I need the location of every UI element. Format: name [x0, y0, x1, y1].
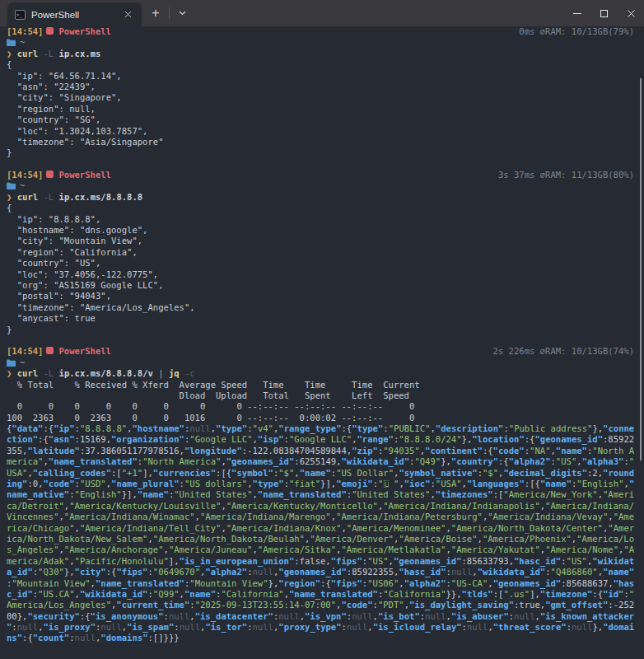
output-line: "loc": "37.4056,-122.0775", — [7, 269, 644, 280]
resource-status: 2s 226ms ⌀RAM: 10/13GB(74%) — [493, 346, 634, 357]
powershell-icon — [15, 10, 26, 20]
json-output-line: ca/Detroit","America/Kentucky/Louisville… — [7, 501, 644, 512]
prompt-header-line: [14:54]PowerShell0ms ⌀RAM: 10/13GB(79%) — [7, 26, 644, 37]
output-line: "timezone": "America/Los_Angeles", — [7, 302, 644, 313]
json-output-line: a_id":"Q30"},"city":{"fips":"0649670","a… — [7, 567, 644, 577]
minimize-icon — [573, 13, 581, 14]
maximize-icon — [600, 10, 608, 17]
minimize-button[interactable] — [563, 0, 590, 26]
json-output-line: c_id":"US.CA","wikidata_id":"Q99","name"… — [7, 589, 644, 600]
json-output-line: ":null,"is_proxy":null,"is_spam":null,"i… — [7, 622, 644, 633]
close-icon — [627, 9, 636, 18]
prompt-header-line: [14:54]PowerShell3s 37ms ⌀RAM: 11/13GB(8… — [7, 170, 644, 180]
json-output-line: USA","calling_codes":["+1"],"currencies"… — [7, 468, 644, 479]
json-output-line: America/Los_Angeles","current_time":"202… — [7, 600, 644, 610]
json-output-line: Vincennes","America/Indiana/Winamac","Am… — [7, 512, 644, 522]
tab-powershell[interactable]: PowerShell — [7, 2, 142, 26]
output-line: "country": "SG", — [7, 115, 644, 125]
curl-progress-line: Dload Upload Total Spent Left Speed — [7, 390, 644, 401]
powershell-badge-icon — [46, 171, 54, 178]
json-output-line: name_native":"English"}],"name":"United … — [7, 489, 644, 500]
curl-progress-line: 0 0 0 0 0 0 0 0 --:--:-- --:--:-- --:--:… — [7, 401, 644, 412]
titlebar: PowerShell + — [0, 0, 644, 26]
curl-progress-line: % Total % Received % Xferd Average Speed… — [7, 380, 644, 390]
output-line: "loc": "1.3024,103.7857", — [7, 126, 644, 137]
tab-dropdown-button[interactable] — [174, 5, 190, 21]
cwd-line: ~ — [7, 180, 644, 191]
blank-line — [7, 335, 644, 346]
json-output-line: 00},"security":{"is_anonymous":null,"is_… — [7, 611, 644, 622]
json-output-line: merica","name_translated":"North America… — [7, 456, 644, 467]
terminal-content[interactable]: [14:54]PowerShell0ms ⌀RAM: 10/13GB(79%)~… — [0, 26, 644, 659]
resource-status: 0ms ⌀RAM: 10/13GB(79%) — [519, 26, 634, 37]
maximize-button[interactable] — [590, 0, 618, 26]
json-output-line: ns":{"count":null,"domains":[]}}} — [7, 633, 644, 643]
json-output-line: ing":0,"code":"USD","name_plural":"US do… — [7, 479, 644, 489]
scrollbar-thumb[interactable] — [640, 78, 642, 460]
output-line: "country": "US", — [7, 258, 644, 269]
output-line: "hostname": "dns.google", — [7, 225, 644, 236]
output-line: "region": null, — [7, 104, 644, 115]
output-line: "ip": "64.56.71.14", — [7, 71, 644, 82]
blank-line — [7, 159, 644, 170]
command-line: ❯ curl -L ip.cx.ms — [7, 49, 644, 59]
folder-icon — [7, 181, 16, 192]
output-line: } — [7, 325, 644, 335]
powershell-badge-icon — [46, 347, 54, 354]
chevron-down-icon — [179, 11, 186, 16]
output-line: { — [7, 59, 644, 70]
tab-title: PowerShell — [31, 10, 79, 20]
json-output-line: merica/Adak","Pacific/Honolulu"],"is_in_… — [7, 556, 644, 567]
output-line: "timezone": "Asia/Singapore" — [7, 137, 644, 147]
output-line: "city": "Mountain View", — [7, 236, 644, 246]
command-line: ❯ curl -L ip.cx.ms/8.8.8.8 — [7, 192, 644, 203]
cwd-line: ~ — [7, 37, 644, 48]
output-line: "region": "California", — [7, 247, 644, 258]
output-line: "org": "AS15169 Google LLC", — [7, 280, 644, 291]
cwd-line: ~ — [7, 358, 644, 368]
folder-icon — [7, 38, 16, 49]
prompt-header-line: [14:54]PowerShell2s 226ms ⌀RAM: 10/13GB(… — [7, 346, 644, 357]
new-tab-button[interactable]: + — [147, 5, 165, 21]
json-output-line: rica/Chicago","America/Indiana/Tell_City… — [7, 523, 644, 534]
output-line: } — [7, 147, 644, 158]
close-button[interactable] — [618, 0, 644, 26]
json-output-line: ica/North_Dakota/New_Salem","America/Nor… — [7, 534, 644, 544]
json-output-line: s_Angeles","America/Anchorage","America/… — [7, 544, 644, 555]
json-output-line: {"data":{"ip":"8.8.8.8","hostname":null,… — [7, 423, 644, 434]
tab-separator — [169, 7, 170, 19]
resource-status: 3s 37ms ⌀RAM: 11/13GB(80%) — [498, 170, 634, 180]
output-line: { — [7, 203, 644, 213]
json-output-line: 355,"latitude":37.386051177978516,"longi… — [7, 446, 644, 456]
output-line: "anycast": true — [7, 313, 644, 324]
command-line: ❯ curl -L ip.cx.ms/8.8.8.8/v | jq -c — [7, 368, 644, 379]
output-line: "postal": "94043", — [7, 291, 644, 301]
output-line: "city": "Singapore", — [7, 92, 644, 103]
output-line: "ip": "8.8.8.8", — [7, 214, 644, 225]
powershell-badge-icon — [46, 27, 54, 35]
json-output-line: ction":{"asn":15169,"organization":"Goog… — [7, 434, 644, 445]
folder-icon — [7, 358, 16, 369]
curl-progress-line: 100 2363 0 2363 0 0 1016 0 --:--:-- 0:00… — [7, 413, 644, 423]
json-output-line: :"Mountain View","name_translated":"Moun… — [7, 578, 644, 589]
output-line: "asn": "22439", — [7, 82, 644, 92]
tab-close-icon[interactable] — [121, 7, 135, 21]
